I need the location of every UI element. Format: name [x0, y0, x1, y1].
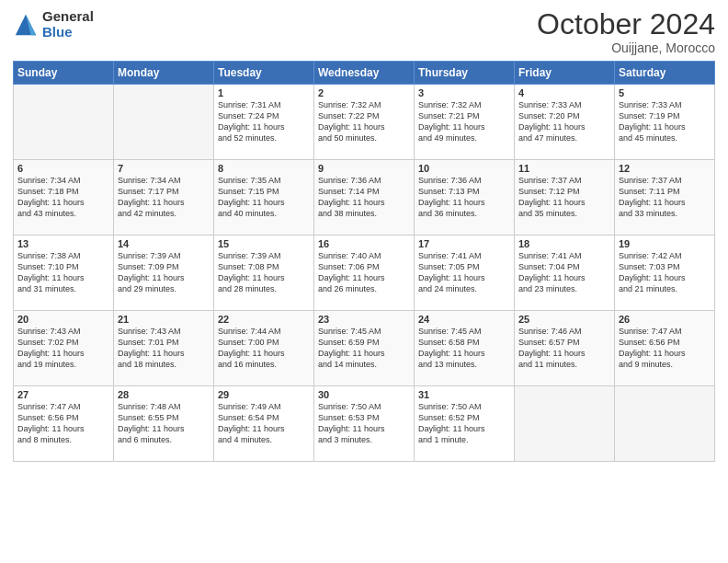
day-info: Sunrise: 7:37 AM Sunset: 7:12 PM Dayligh…	[518, 175, 610, 220]
day-info: Sunrise: 7:48 AM Sunset: 6:55 PM Dayligh…	[118, 401, 210, 446]
day-number: 6	[17, 163, 109, 174]
calendar-cell: 2Sunrise: 7:32 AM Sunset: 7:22 PM Daylig…	[314, 85, 415, 160]
calendar-week-row: 6Sunrise: 7:34 AM Sunset: 7:18 PM Daylig…	[14, 160, 715, 236]
month-title: October 2024	[537, 9, 715, 39]
calendar-cell: 11Sunrise: 7:37 AM Sunset: 7:12 PM Dayli…	[515, 160, 615, 236]
day-info: Sunrise: 7:43 AM Sunset: 7:01 PM Dayligh…	[118, 326, 210, 371]
day-number: 7	[118, 163, 210, 174]
calendar-cell: 29Sunrise: 7:49 AM Sunset: 6:54 PM Dayli…	[214, 386, 314, 462]
day-info: Sunrise: 7:44 AM Sunset: 7:00 PM Dayligh…	[218, 326, 310, 371]
calendar-week-row: 13Sunrise: 7:38 AM Sunset: 7:10 PM Dayli…	[14, 236, 715, 311]
day-info: Sunrise: 7:40 AM Sunset: 7:06 PM Dayligh…	[318, 250, 410, 295]
calendar-cell: 12Sunrise: 7:37 AM Sunset: 7:11 PM Dayli…	[615, 160, 715, 236]
calendar-cell: 9Sunrise: 7:36 AM Sunset: 7:14 PM Daylig…	[314, 160, 415, 236]
logo: General Blue	[13, 9, 94, 40]
day-info: Sunrise: 7:33 AM Sunset: 7:19 PM Dayligh…	[619, 99, 711, 144]
calendar-cell: 15Sunrise: 7:39 AM Sunset: 7:08 PM Dayli…	[214, 236, 314, 311]
calendar-cell	[114, 85, 214, 160]
day-number: 26	[619, 314, 711, 325]
weekday-header: Thursday	[415, 62, 515, 85]
logo-text: General Blue	[42, 9, 94, 40]
day-number: 3	[418, 87, 510, 98]
day-info: Sunrise: 7:43 AM Sunset: 7:02 PM Dayligh…	[17, 326, 109, 371]
weekday-header: Wednesday	[314, 62, 415, 85]
day-info: Sunrise: 7:49 AM Sunset: 6:54 PM Dayligh…	[218, 401, 310, 446]
day-number: 18	[518, 238, 610, 249]
day-info: Sunrise: 7:34 AM Sunset: 7:18 PM Dayligh…	[17, 175, 109, 220]
day-info: Sunrise: 7:34 AM Sunset: 7:17 PM Dayligh…	[118, 175, 210, 220]
day-info: Sunrise: 7:47 AM Sunset: 6:56 PM Dayligh…	[619, 326, 711, 371]
calendar-cell: 21Sunrise: 7:43 AM Sunset: 7:01 PM Dayli…	[114, 311, 214, 386]
day-number: 1	[218, 87, 310, 98]
day-info: Sunrise: 7:38 AM Sunset: 7:10 PM Dayligh…	[17, 250, 109, 295]
day-info: Sunrise: 7:47 AM Sunset: 6:56 PM Dayligh…	[17, 401, 109, 446]
calendar-cell: 30Sunrise: 7:50 AM Sunset: 6:53 PM Dayli…	[314, 386, 415, 462]
calendar-cell: 17Sunrise: 7:41 AM Sunset: 7:05 PM Dayli…	[415, 236, 515, 311]
day-number: 23	[318, 314, 410, 325]
day-number: 31	[418, 389, 510, 400]
day-info: Sunrise: 7:39 AM Sunset: 7:08 PM Dayligh…	[218, 250, 310, 295]
day-info: Sunrise: 7:41 AM Sunset: 7:05 PM Dayligh…	[418, 250, 510, 295]
calendar-cell: 19Sunrise: 7:42 AM Sunset: 7:03 PM Dayli…	[615, 236, 715, 311]
calendar-week-row: 27Sunrise: 7:47 AM Sunset: 6:56 PM Dayli…	[14, 386, 715, 462]
weekday-header-row: SundayMondayTuesdayWednesdayThursdayFrid…	[14, 62, 715, 85]
calendar-cell: 3Sunrise: 7:32 AM Sunset: 7:21 PM Daylig…	[415, 85, 515, 160]
calendar-cell: 6Sunrise: 7:34 AM Sunset: 7:18 PM Daylig…	[14, 160, 114, 236]
calendar-cell: 14Sunrise: 7:39 AM Sunset: 7:09 PM Dayli…	[114, 236, 214, 311]
calendar-cell: 26Sunrise: 7:47 AM Sunset: 6:56 PM Dayli…	[615, 311, 715, 386]
day-info: Sunrise: 7:33 AM Sunset: 7:20 PM Dayligh…	[518, 99, 610, 144]
weekday-header: Saturday	[615, 62, 715, 85]
day-number: 25	[518, 314, 610, 325]
day-number: 29	[218, 389, 310, 400]
calendar-cell	[515, 386, 615, 462]
day-info: Sunrise: 7:50 AM Sunset: 6:53 PM Dayligh…	[318, 401, 410, 446]
day-number: 30	[318, 389, 410, 400]
weekday-header: Friday	[515, 62, 615, 85]
page-header: General Blue October 2024 Ouijjane, Moro…	[13, 9, 715, 55]
day-number: 15	[218, 238, 310, 249]
day-info: Sunrise: 7:45 AM Sunset: 6:58 PM Dayligh…	[418, 326, 510, 371]
logo-icon	[13, 12, 39, 38]
day-number: 9	[318, 163, 410, 174]
day-info: Sunrise: 7:37 AM Sunset: 7:11 PM Dayligh…	[619, 175, 711, 220]
location-subtitle: Ouijjane, Morocco	[537, 40, 715, 55]
day-number: 11	[518, 163, 610, 174]
day-number: 22	[218, 314, 310, 325]
calendar-cell	[615, 386, 715, 462]
calendar-cell: 25Sunrise: 7:46 AM Sunset: 6:57 PM Dayli…	[515, 311, 615, 386]
calendar-cell: 24Sunrise: 7:45 AM Sunset: 6:58 PM Dayli…	[415, 311, 515, 386]
day-number: 24	[418, 314, 510, 325]
day-info: Sunrise: 7:45 AM Sunset: 6:59 PM Dayligh…	[318, 326, 410, 371]
calendar-cell: 18Sunrise: 7:41 AM Sunset: 7:04 PM Dayli…	[515, 236, 615, 311]
day-info: Sunrise: 7:50 AM Sunset: 6:52 PM Dayligh…	[418, 401, 510, 446]
day-number: 20	[17, 314, 109, 325]
day-number: 21	[118, 314, 210, 325]
day-number: 4	[518, 87, 610, 98]
calendar-table: SundayMondayTuesdayWednesdayThursdayFrid…	[13, 61, 715, 462]
calendar-cell: 22Sunrise: 7:44 AM Sunset: 7:00 PM Dayli…	[214, 311, 314, 386]
day-number: 16	[318, 238, 410, 249]
day-info: Sunrise: 7:41 AM Sunset: 7:04 PM Dayligh…	[518, 250, 610, 295]
day-info: Sunrise: 7:35 AM Sunset: 7:15 PM Dayligh…	[218, 175, 310, 220]
day-number: 27	[17, 389, 109, 400]
day-number: 12	[619, 163, 711, 174]
day-number: 2	[318, 87, 410, 98]
calendar-cell: 27Sunrise: 7:47 AM Sunset: 6:56 PM Dayli…	[14, 386, 114, 462]
logo-blue: Blue	[42, 25, 94, 40]
day-info: Sunrise: 7:46 AM Sunset: 6:57 PM Dayligh…	[518, 326, 610, 371]
calendar-cell: 4Sunrise: 7:33 AM Sunset: 7:20 PM Daylig…	[515, 85, 615, 160]
logo-general: General	[42, 9, 94, 25]
calendar-cell: 10Sunrise: 7:36 AM Sunset: 7:13 PM Dayli…	[415, 160, 515, 236]
calendar-cell: 28Sunrise: 7:48 AM Sunset: 6:55 PM Dayli…	[114, 386, 214, 462]
calendar-cell: 16Sunrise: 7:40 AM Sunset: 7:06 PM Dayli…	[314, 236, 415, 311]
day-number: 28	[118, 389, 210, 400]
weekday-header: Monday	[114, 62, 214, 85]
day-number: 10	[418, 163, 510, 174]
day-number: 8	[218, 163, 310, 174]
calendar-cell: 5Sunrise: 7:33 AM Sunset: 7:19 PM Daylig…	[615, 85, 715, 160]
calendar-cell	[14, 85, 114, 160]
day-number: 19	[619, 238, 711, 249]
calendar-cell: 31Sunrise: 7:50 AM Sunset: 6:52 PM Dayli…	[415, 386, 515, 462]
calendar-cell: 7Sunrise: 7:34 AM Sunset: 7:17 PM Daylig…	[114, 160, 214, 236]
day-info: Sunrise: 7:42 AM Sunset: 7:03 PM Dayligh…	[619, 250, 711, 295]
